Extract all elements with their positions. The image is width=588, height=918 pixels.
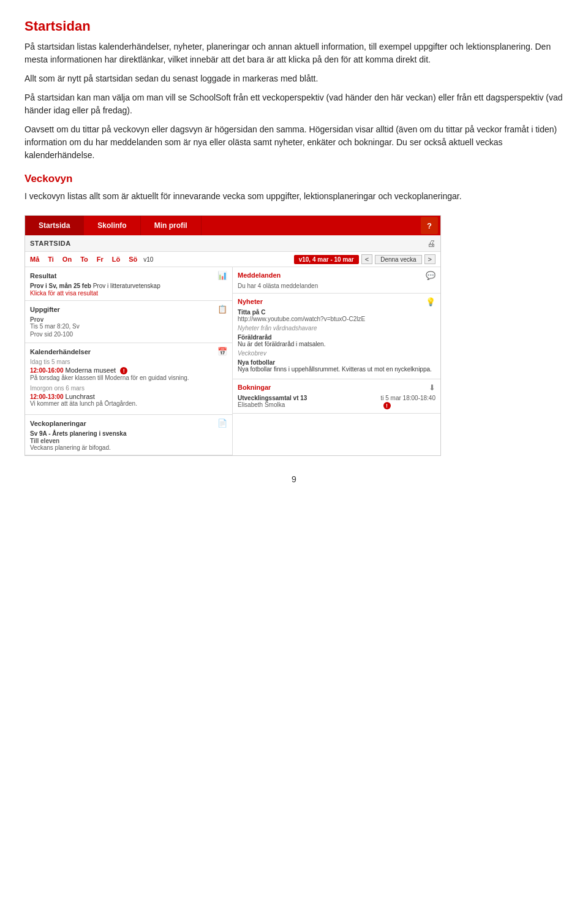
bokningar-item-title: Utvecklingssamtal vt 13 bbox=[238, 395, 307, 401]
veckoplaneringar-title: Veckoplaneringar bbox=[30, 420, 86, 427]
meddelanden-count: Du har 4 olästa meddelanden bbox=[238, 283, 435, 289]
week-version: v10 bbox=[143, 256, 153, 263]
page-number: 9 bbox=[24, 474, 564, 484]
uppgifter-section: Uppgifter 📋 Prov Tis 5 mar 8:20, Sv Prov… bbox=[25, 301, 232, 343]
bokningar-item-person: Elisabeth Smolka bbox=[238, 401, 307, 408]
day-ti[interactable]: Ti bbox=[48, 256, 54, 263]
veckoplan-item-desc: Veckans planering är bifogad. bbox=[30, 444, 227, 451]
intro-paragraph-3: På startsidan kan man välja om man vill … bbox=[24, 91, 564, 117]
meddelanden-section: Meddelanden 💬 Du har 4 olästa meddelande… bbox=[233, 267, 440, 294]
kalender-icon: 📅 bbox=[217, 347, 227, 356]
veckoplan-item-title: Sv 9A - Årets planering i svenska bbox=[30, 430, 227, 437]
resultat-bold: Prov i Sv, mån 25 feb bbox=[30, 283, 91, 289]
uppgifter-item: Tis 5 mar 8:20, Sv bbox=[30, 323, 227, 330]
nyheter-section: Nyheter 💡 Titta på C http://www.youtube.… bbox=[233, 294, 440, 379]
uppgifter-title: Uppgifter bbox=[30, 306, 60, 313]
uppgifter-icon: 📋 bbox=[217, 305, 227, 314]
bokningar-section: Bokningar ⬇ Utvecklingssamtal vt 13 Elis… bbox=[233, 379, 440, 414]
day-to[interactable]: To bbox=[80, 256, 88, 263]
help-button[interactable]: ? bbox=[421, 217, 438, 234]
right-column: Meddelanden 💬 Du har 4 olästa meddelande… bbox=[233, 267, 440, 455]
kalender-section: Kalenderhändelser 📅 Idag tis 5 mars 12:0… bbox=[25, 343, 232, 415]
nyheter-item-1: Nyheter från vårdnadshavare bbox=[238, 325, 435, 332]
resultat-title: Resultat bbox=[30, 272, 56, 279]
day-ma[interactable]: Må bbox=[30, 256, 39, 263]
nyheter-item-4: Nya fotbollar Nya fotbollar finns i uppe… bbox=[238, 359, 435, 373]
veckoplaneringar-header: Veckoplaneringar 📄 bbox=[30, 419, 227, 428]
kalender-event2-name-text: Lunchrast bbox=[66, 393, 95, 400]
kalender-event2-time: 12:00-13:00 bbox=[30, 393, 63, 400]
intro-paragraph-2: Allt som är nytt på startsidan sedan du … bbox=[24, 72, 564, 85]
kalender-event1: 12:00-16:00 Moderna museet ! På torsdag … bbox=[30, 366, 227, 381]
nav-skolinfo[interactable]: Skolinfo bbox=[84, 216, 140, 235]
bokningar-item-right: ti 5 mar 18:00-18:40 ! bbox=[381, 395, 436, 409]
bokningar-alert-icon: ! bbox=[383, 402, 391, 409]
meddelanden-header: Meddelanden 💬 bbox=[238, 271, 435, 280]
main-content: Resultat 📊 Prov i Sv, mån 25 feb Prov i … bbox=[25, 267, 440, 455]
kalender-date2: Imorgon ons 6 mars bbox=[30, 385, 227, 392]
nyheter-item-3-cat: Veckobrev bbox=[238, 350, 435, 357]
day-fr[interactable]: Fr bbox=[97, 256, 104, 263]
week-nav: Må Ti On To Fr Lö Sö v10 v10, 4 mar - 10… bbox=[25, 252, 440, 267]
meddelanden-icon: 💬 bbox=[426, 271, 435, 280]
bokningar-item-date: ti 5 mar 18:00-18:40 bbox=[381, 395, 436, 401]
kalender-event1-time: 12:00-16:00 bbox=[30, 367, 63, 374]
kalender-header: Kalenderhändelser 📅 bbox=[30, 347, 227, 356]
nyheter-header: Nyheter 💡 bbox=[238, 297, 435, 306]
nyheter-item-3: Veckobrev bbox=[238, 350, 435, 357]
uppgifter-header: Uppgifter 📋 bbox=[30, 305, 227, 314]
day-lo[interactable]: Lö bbox=[112, 256, 120, 263]
nyheter-item-4-desc: Nya fotbollar finns i uppehållsrummet. K… bbox=[238, 366, 435, 373]
top-nav: Startsida Skolinfo Min profil ? bbox=[25, 216, 440, 235]
veckoplaneringar-section: Veckoplaneringar 📄 Sv 9A - Årets planeri… bbox=[25, 415, 232, 455]
resultat-section: Resultat 📊 Prov i Sv, mån 25 feb Prov i … bbox=[25, 267, 232, 301]
nav-startsida[interactable]: Startsida bbox=[25, 216, 84, 235]
nyheter-item-2-desc: Nu är det föräldraråd i matsalen. bbox=[238, 341, 435, 347]
print-icon[interactable]: 🖨 bbox=[427, 238, 435, 248]
week-prev-button[interactable]: < bbox=[361, 254, 372, 264]
resultat-icon: 📊 bbox=[217, 271, 227, 280]
bokningar-icon: ⬇ bbox=[429, 383, 435, 392]
nyheter-title: Nyheter bbox=[238, 298, 263, 305]
left-column: Resultat 📊 Prov i Sv, mån 25 feb Prov i … bbox=[25, 267, 233, 455]
veckoplan-item-sub: Till eleven bbox=[30, 438, 227, 444]
screenshot-wrapper: Startsida Skolinfo Min profil ? STARTSID… bbox=[24, 215, 441, 456]
meddelanden-title: Meddelanden bbox=[238, 271, 281, 279]
kalender-alert-icon: ! bbox=[120, 367, 127, 374]
screen-header: STARTSIDA 🖨 bbox=[25, 235, 440, 252]
resultat-rest: Prov i litteraturvetenskap bbox=[93, 283, 160, 289]
bokningar-item-left: Utvecklingssamtal vt 13 Elisabeth Smolka bbox=[238, 395, 307, 408]
veckovyn-title: Veckovyn bbox=[24, 173, 564, 185]
uppgifter-item2: Prov sid 20-100 bbox=[30, 331, 227, 338]
uppgifter-sub-title: Prov bbox=[30, 316, 227, 323]
nyheter-item-0-title: Titta på C bbox=[238, 309, 435, 316]
nyheter-item-2-title: Föräldraråd bbox=[238, 334, 435, 341]
nav-minprofil[interactable]: Min profil bbox=[141, 216, 202, 235]
screen-header-title: STARTSIDA bbox=[30, 240, 71, 247]
resultat-link[interactable]: Klicka för att visa resultat bbox=[30, 290, 98, 297]
nyheter-item-2: Föräldraråd Nu är det föräldraråd i mats… bbox=[238, 334, 435, 347]
nyheter-item-1-cat: Nyheter från vårdnadshavare bbox=[238, 325, 435, 332]
week-range: v10, 4 mar - 10 mar bbox=[294, 255, 359, 264]
kalender-event1-desc: På torsdag åker klassen till Moderna för… bbox=[30, 374, 227, 381]
week-next-button[interactable]: > bbox=[424, 254, 435, 264]
veckoplaneringar-icon: 📄 bbox=[217, 419, 227, 428]
kalender-date1: Idag tis 5 mars bbox=[30, 358, 227, 365]
resultat-header: Resultat 📊 bbox=[30, 271, 227, 280]
page-title: Startsidan bbox=[24, 18, 564, 34]
veckoplan-item: Sv 9A - Årets planering i svenska Till e… bbox=[30, 430, 227, 451]
week-days: Må Ti On To Fr Lö Sö bbox=[30, 256, 137, 263]
intro-paragraph-1: På startsidan listas kalenderhändelser, … bbox=[24, 40, 564, 66]
day-so[interactable]: Sö bbox=[129, 256, 137, 263]
bokningar-header: Bokningar ⬇ bbox=[238, 383, 435, 392]
kalender-event1-name-text: Moderna museet bbox=[66, 366, 116, 374]
week-current-button[interactable]: Denna vecka bbox=[375, 255, 421, 264]
intro-paragraph-4: Oavsett om du tittar på veckovyn eller d… bbox=[24, 123, 564, 162]
nyheter-item-0: Titta på C http://www.youtube.com/watch?… bbox=[238, 309, 435, 322]
nyheter-item-4-title: Nya fotbollar bbox=[238, 359, 435, 366]
day-on[interactable]: On bbox=[62, 256, 72, 263]
bokningar-title: Bokningar bbox=[238, 384, 271, 391]
kalender-event2-desc: Vi kommer att äta lunch på Örtagården. bbox=[30, 400, 227, 407]
veckovyn-text: I veckovyn listas allt som är aktuellt f… bbox=[24, 190, 564, 203]
nyheter-item-0-link[interactable]: http://www.youtube.com/watch?v=btuxO-C2l… bbox=[238, 316, 435, 322]
